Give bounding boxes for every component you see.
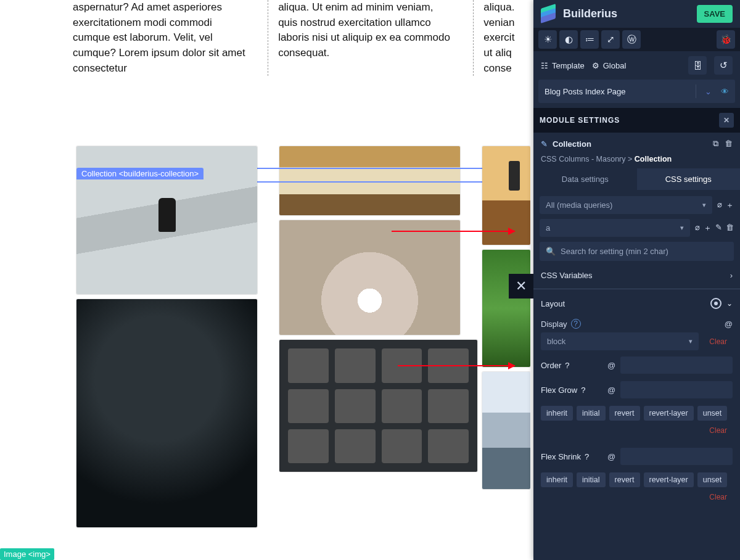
chip-inherit[interactable]: inherit — [541, 472, 573, 487]
pencil-icon[interactable]: ✎ — [541, 139, 548, 149]
database-button[interactable]: 🗄 — [688, 56, 707, 75]
chevron-down-icon: ⌄ — [696, 84, 715, 98]
database-icon: 🗄 — [693, 60, 702, 71]
edit-selector-button[interactable]: ✎ — [715, 223, 722, 234]
breadcrumb-parent[interactable]: CSS Columns - Masonry — [541, 155, 626, 163]
settings-panel: Builderius SAVE ☀ ◐ ≔ ⤢ ⓦ 🐞 ☷ Template ⚙… — [533, 0, 740, 560]
chip-initial[interactable]: initial — [577, 472, 606, 487]
add-media-button[interactable]: ＋ — [726, 200, 734, 211]
help-icon[interactable]: ? — [571, 319, 581, 329]
text-col-1-body: aspernatur? Ad amet asperiores exercitat… — [73, 0, 245, 76]
gallery-img-book[interactable] — [279, 146, 460, 215]
gallery-img-flatlay[interactable] — [279, 340, 477, 472]
group-css-variables[interactable]: CSS Variables › — [533, 263, 740, 287]
group-layout[interactable]: Layout ⌄ — [533, 290, 740, 316]
chip-revert[interactable]: revert — [609, 406, 640, 421]
media-query-value: All (media queries) — [546, 200, 612, 210]
chip-inherit[interactable]: inherit — [541, 406, 573, 421]
annotation-arrow-2 — [398, 365, 515, 366]
setting-search[interactable]: 🔍 Search for setting (min 2 char) — [540, 242, 734, 261]
gallery-img-mountain[interactable] — [482, 372, 530, 489]
gallery-col-3 — [482, 146, 530, 527]
has-value-indicator — [710, 298, 722, 309]
chevron-down-icon: ▾ — [702, 201, 706, 209]
scope-template[interactable]: ☷ Template — [541, 61, 585, 70]
chip-unset[interactable]: unset — [697, 406, 728, 421]
chip-initial[interactable]: initial — [577, 406, 606, 421]
chip-revert-layer[interactable]: revert-layer — [644, 472, 694, 487]
hover-tag-image[interactable]: Image <img> — [0, 548, 54, 560]
prop-order-label: Order — [541, 361, 561, 370]
canvas-preview[interactable]: aspernatur? Ad amet asperiores exercitat… — [0, 0, 530, 560]
gallery-img-trees[interactable] — [279, 220, 460, 335]
help-icon[interactable]: ? — [565, 361, 569, 370]
expand-icon: ⤢ — [607, 34, 615, 45]
display-select[interactable]: block ▾ — [541, 332, 699, 350]
chip-revert[interactable]: revert — [609, 472, 640, 487]
text-col-2: aliqua. Ut enim ad minim veniam, quis no… — [268, 0, 451, 76]
order-input[interactable] — [620, 356, 733, 374]
gallery-img-forest[interactable] — [482, 250, 530, 367]
history-button[interactable]: ↺ — [714, 56, 733, 75]
contrast-button[interactable]: ◐ — [559, 30, 578, 49]
flex-grow-clear-button[interactable]: Clear — [704, 422, 733, 439]
scope-bar: ☷ Template ⚙ Global 🗄 ↺ — [533, 51, 740, 80]
display-clear-button[interactable]: Clear — [704, 333, 733, 350]
chevron-down-icon: ⌄ — [726, 299, 733, 308]
at-icon[interactable]: @ — [607, 361, 615, 370]
settings-tabs: Data settings CSS settings — [533, 168, 740, 190]
selection-tag[interactable]: Collection <builderius-collection> — [76, 168, 204, 179]
at-icon[interactable]: @ — [725, 319, 733, 329]
template-selector[interactable]: Blog Posts Index Page ⌄ 👁 — [538, 80, 735, 103]
align-button[interactable]: ≔ — [580, 30, 599, 49]
search-icon: 🔍 — [546, 247, 556, 256]
module-settings-header: MODULE SETTINGS ✕ — [533, 108, 740, 133]
chip-revert-layer[interactable]: revert-layer — [644, 406, 694, 421]
scope-global[interactable]: ⚙ Global — [592, 61, 627, 70]
add-selector-button[interactable]: ＋ — [704, 223, 712, 234]
align-icon: ≔ — [585, 34, 594, 45]
debug-button[interactable]: 🐞 — [717, 30, 735, 49]
gallery-img-forks[interactable] — [76, 299, 257, 527]
gallery-col-2 — [279, 146, 460, 527]
css-selector-select[interactable]: a ▾ — [540, 219, 690, 237]
prop-flex-grow: Flex Grow ? @ — [533, 377, 740, 402]
prop-order: Order ? @ — [533, 353, 740, 377]
panel-collapse-button[interactable]: ✕ — [509, 274, 533, 299]
expand-button[interactable]: ⤢ — [601, 30, 620, 49]
delete-module-button[interactable]: 🗑 — [725, 139, 733, 149]
wordpress-button[interactable]: ⓦ — [622, 30, 641, 49]
tab-data-settings[interactable]: Data settings — [533, 168, 637, 190]
close-icon: ✕ — [723, 116, 730, 125]
reset-selector-button[interactable]: ⌀ — [695, 223, 700, 234]
bug-icon: 🐞 — [720, 34, 732, 45]
top-toolbar: ☀ ◐ ≔ ⤢ ⓦ 🐞 — [533, 28, 740, 51]
flex-shrink-clear-button[interactable]: Clear — [704, 488, 733, 506]
chip-unset[interactable]: unset — [697, 472, 728, 487]
delete-selector-button[interactable]: 🗑 — [726, 223, 734, 234]
gallery[interactable] — [0, 146, 530, 527]
contrast-icon: ◐ — [565, 34, 573, 45]
help-icon[interactable]: ? — [585, 452, 589, 461]
save-button[interactable]: SAVE — [697, 5, 733, 23]
help-icon[interactable]: ? — [581, 385, 585, 395]
chevron-down-icon: ▾ — [680, 224, 684, 232]
prop-flex-shrink: Flex Shrink ? @ — [533, 444, 740, 469]
module-breadcrumb[interactable]: CSS Columns - Masonry > Collection — [533, 155, 740, 168]
annotation-arrow-1 — [392, 231, 515, 232]
preview-eye-button[interactable]: 👁 — [721, 87, 729, 96]
reset-media-button[interactable]: ⌀ — [717, 200, 722, 211]
close-module-settings[interactable]: ✕ — [719, 113, 734, 128]
media-query-select[interactable]: All (media queries) ▾ — [540, 196, 712, 214]
duplicate-button[interactable]: ⧉ — [713, 139, 718, 149]
flex-grow-input[interactable] — [620, 381, 733, 398]
flex-shrink-input[interactable] — [620, 448, 733, 465]
light-mode-button[interactable]: ☀ — [538, 30, 557, 49]
panel-header: Builderius SAVE — [533, 0, 740, 28]
breadcrumb-current: Collection — [635, 155, 672, 163]
text-columns: aspernatur? Ad amet asperiores exercitat… — [0, 0, 530, 76]
tab-css-settings[interactable]: CSS settings — [637, 168, 741, 190]
at-icon[interactable]: @ — [607, 385, 615, 395]
at-icon[interactable]: @ — [607, 452, 615, 461]
prop-display: Display ? @ block ▾ Clear — [533, 316, 740, 353]
